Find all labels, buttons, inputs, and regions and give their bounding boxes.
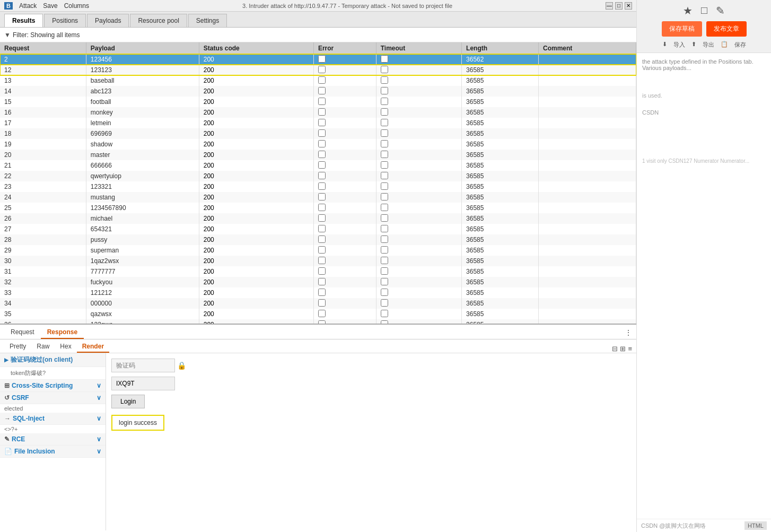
col-payload[interactable]: Payload	[86, 42, 199, 54]
timeout-checkbox[interactable]	[381, 76, 388, 84]
timeout-checkbox[interactable]	[381, 267, 388, 275]
error-checkbox[interactable]	[318, 278, 326, 285]
error-checkbox[interactable]	[318, 172, 326, 179]
publish-button[interactable]: 发布文章	[706, 21, 747, 37]
menu-save[interactable]: Save	[43, 2, 57, 10]
timeout-checkbox[interactable]	[381, 108, 388, 116]
error-checkbox[interactable]	[318, 204, 326, 211]
error-checkbox[interactable]	[318, 108, 326, 116]
export-label[interactable]: 导出	[703, 41, 714, 49]
col-request[interactable]: Request	[0, 42, 86, 54]
error-checkbox[interactable]	[318, 214, 326, 222]
table-row[interactable]: 28pussy20036585	[0, 234, 636, 245]
table-row[interactable]: 1212312320036585	[0, 65, 636, 75]
timeout-checkbox[interactable]	[381, 278, 388, 285]
error-checkbox[interactable]	[318, 66, 326, 73]
timeout-checkbox[interactable]	[381, 172, 388, 179]
error-checkbox[interactable]	[318, 225, 326, 232]
error-checkbox[interactable]	[318, 310, 326, 317]
sidebar-item-file-inclusion[interactable]: 📄 File Inclusion ∨	[0, 446, 106, 458]
tab-positions[interactable]: Positions	[44, 14, 86, 27]
table-row[interactable]: 2166666620036585	[0, 160, 636, 171]
star-icon[interactable]: ★	[683, 4, 693, 17]
tab-request[interactable]: Request	[4, 326, 41, 339]
tab-settings[interactable]: Settings	[188, 14, 227, 27]
timeout-checkbox[interactable]	[381, 161, 388, 169]
timeout-checkbox[interactable]	[381, 140, 388, 147]
error-checkbox[interactable]	[318, 129, 326, 137]
error-checkbox[interactable]	[318, 98, 326, 105]
timeout-checkbox[interactable]	[381, 193, 388, 200]
timeout-checkbox[interactable]	[381, 87, 388, 94]
timeout-checkbox[interactable]	[381, 119, 388, 126]
settings-icon[interactable]: ≡	[628, 345, 632, 353]
timeout-checkbox[interactable]	[381, 320, 388, 324]
import-label[interactable]: 导入	[673, 41, 685, 49]
tab-render[interactable]: Render	[77, 341, 109, 353]
timeout-checkbox[interactable]	[381, 246, 388, 254]
error-checkbox[interactable]	[318, 257, 326, 264]
menu-columns[interactable]: Columns	[64, 2, 89, 10]
timeout-checkbox[interactable]	[381, 129, 388, 137]
more-icon[interactable]: ⋮	[625, 328, 632, 337]
captcha-value-input[interactable]	[111, 377, 175, 390]
close-button[interactable]: ✕	[625, 2, 632, 10]
error-checkbox[interactable]	[318, 299, 326, 307]
tab-results[interactable]: Results	[4, 14, 43, 27]
menu-attack[interactable]: Attack	[19, 2, 37, 10]
col-timeout[interactable]: Timeout	[376, 42, 461, 54]
save-label[interactable]: 保存	[734, 41, 746, 49]
error-checkbox[interactable]	[318, 161, 326, 169]
timeout-checkbox[interactable]	[381, 66, 388, 73]
tab-response[interactable]: Response	[41, 326, 84, 339]
minimize-button[interactable]: —	[606, 2, 613, 10]
timeout-checkbox[interactable]	[381, 204, 388, 211]
table-row[interactable]: 29superman20036585	[0, 245, 636, 256]
error-checkbox[interactable]	[318, 119, 326, 126]
save-draft-button[interactable]: 保存草稿	[662, 21, 702, 37]
table-row[interactable]: 16monkey20036585	[0, 107, 636, 118]
table-row[interactable]: 212345620036562	[0, 54, 636, 65]
timeout-checkbox[interactable]	[381, 257, 388, 264]
table-row[interactable]: 19shadow20036585	[0, 139, 636, 150]
timeout-checkbox[interactable]	[381, 310, 388, 317]
table-row[interactable]: 35qazwsx20036585	[0, 309, 636, 319]
error-checkbox[interactable]	[318, 289, 326, 296]
tab-raw[interactable]: Raw	[31, 341, 55, 353]
table-row[interactable]: 14abc12320036585	[0, 86, 636, 97]
error-checkbox[interactable]	[318, 151, 326, 158]
sidebar-item-csrf[interactable]: ↺ CSRF ∨	[0, 392, 106, 404]
error-checkbox[interactable]	[318, 246, 326, 254]
error-checkbox[interactable]	[318, 236, 326, 243]
error-checkbox[interactable]	[318, 267, 326, 275]
sidebar-item-captcha-bypass[interactable]: ▶ 验证码绕过(on client)	[0, 353, 106, 367]
col-length[interactable]: Length	[462, 42, 539, 54]
timeout-checkbox[interactable]	[381, 236, 388, 243]
login-button[interactable]: Login	[111, 395, 145, 408]
error-checkbox[interactable]	[318, 55, 326, 63]
col-comment[interactable]: Comment	[539, 42, 636, 54]
table-row[interactable]: 32fuckyou20036585	[0, 277, 636, 287]
tab-resource-pool[interactable]: Resource pool	[130, 14, 187, 27]
table-row[interactable]: 25123456789020036585	[0, 203, 636, 213]
results-table-container[interactable]: Request Payload Status code Error Timeou…	[0, 42, 636, 324]
sidebar-item-sqli[interactable]: → SQL-Inject ∨	[0, 413, 106, 425]
tab-pretty[interactable]: Pretty	[4, 341, 31, 353]
timeout-checkbox[interactable]	[381, 299, 388, 307]
error-checkbox[interactable]	[318, 320, 326, 324]
sidebar-item-token[interactable]: token防爆破?	[0, 367, 106, 380]
error-checkbox[interactable]	[318, 182, 326, 190]
layout-icon[interactable]: □	[701, 4, 707, 17]
table-row[interactable]: 2765432120036585	[0, 224, 636, 234]
table-row[interactable]: 17letmein20036585	[0, 118, 636, 128]
table-row[interactable]: 3312121220036585	[0, 287, 636, 298]
col-error[interactable]: Error	[313, 42, 376, 54]
timeout-checkbox[interactable]	[381, 55, 388, 63]
timeout-checkbox[interactable]	[381, 182, 388, 190]
table-row[interactable]: 301qaz2wsx20036585	[0, 256, 636, 266]
wrap-icon[interactable]: ⊞	[620, 345, 626, 353]
copy-icon[interactable]: ⊟	[612, 345, 618, 353]
table-row[interactable]: 1869696920036585	[0, 128, 636, 139]
captcha-input[interactable]	[111, 359, 175, 372]
table-row[interactable]: 31777777720036585	[0, 266, 636, 277]
